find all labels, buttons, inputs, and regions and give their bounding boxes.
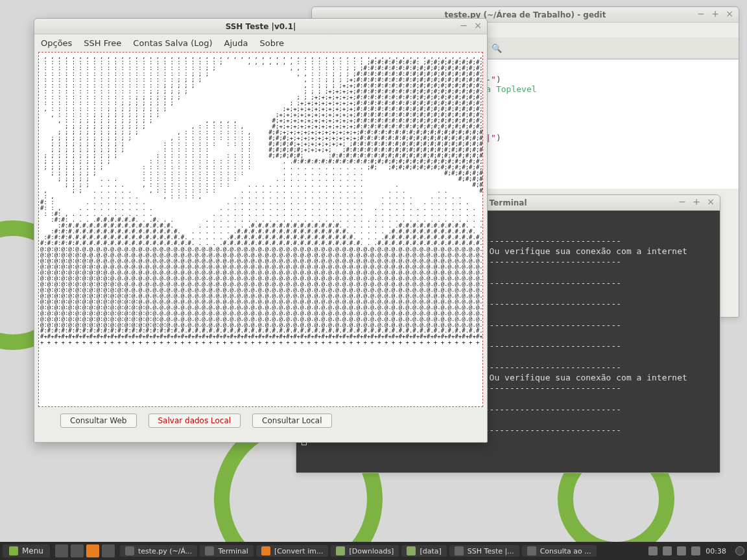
minimize-icon[interactable]: − — [677, 197, 687, 207]
launcher-show-desktop[interactable] — [55, 544, 68, 557]
mint-logo-icon — [9, 546, 18, 555]
task-consulta[interactable]: Consulta ao ... — [522, 545, 597, 557]
task-convert[interactable]: [Convert im... — [256, 545, 329, 557]
gedit-icon — [125, 546, 134, 555]
replace-icon[interactable]: 🔍 — [490, 41, 503, 54]
network-icon[interactable] — [663, 546, 672, 555]
task-ssh-teste[interactable]: SSH Teste |... — [449, 545, 519, 557]
menu-opcoes[interactable]: Opções — [41, 38, 72, 48]
sshteste-title: SSH Teste |v0.1| — [40, 22, 482, 31]
clock[interactable]: 00:38 — [706, 547, 730, 555]
task-data[interactable]: [data] — [401, 545, 446, 557]
window-icon — [455, 546, 464, 555]
salvar-local-button[interactable]: Salvar dados Local — [148, 414, 241, 428]
sshteste-bottom-buttons: Consultar Web Salvar dados Local Consult… — [34, 407, 487, 434]
menu-ajuda[interactable]: Ajuda — [224, 38, 248, 48]
task-downloads[interactable]: [Downloads] — [331, 545, 399, 557]
menu-sshfree[interactable]: SSH Free — [84, 38, 121, 48]
consultar-web-button[interactable]: Consultar Web — [60, 414, 137, 428]
launcher-files[interactable] — [102, 544, 115, 557]
battery-icon[interactable] — [677, 546, 686, 555]
close-icon[interactable]: × — [473, 21, 483, 31]
window-icon — [527, 546, 536, 555]
sshteste-menubar: Opções SSH Free Contas Salva (Log) Ajuda… — [34, 34, 487, 52]
consultar-local-button[interactable]: Consultar Local — [252, 414, 331, 428]
shutdown-icon[interactable] — [735, 546, 744, 555]
minimize-icon[interactable]: − — [458, 21, 469, 31]
launcher-terminal[interactable] — [71, 544, 84, 557]
folder-icon — [336, 546, 345, 555]
task-terminal[interactable]: Terminal — [200, 545, 254, 557]
maximize-icon[interactable]: + — [691, 197, 702, 207]
quick-launch — [53, 544, 117, 557]
browser-icon — [261, 546, 270, 555]
ascii-art-canvas: , , , , , , , , , , , , , , , , , , , , … — [38, 52, 483, 407]
close-icon[interactable]: × — [724, 9, 735, 19]
menu-sobre[interactable]: Sobre — [260, 38, 285, 48]
minimize-icon[interactable]: − — [696, 9, 706, 19]
menu-contas[interactable]: Contas Salva (Log) — [133, 38, 212, 48]
folder-icon — [407, 546, 416, 555]
maximize-icon[interactable]: + — [710, 9, 720, 19]
close-icon[interactable]: × — [706, 197, 716, 207]
start-menu-button[interactable]: Menu — [3, 544, 50, 557]
launcher-firefox[interactable] — [86, 544, 99, 557]
volume-icon[interactable] — [691, 546, 700, 555]
taskbar: Menu teste.py (~/Á... Terminal [Convert … — [0, 542, 747, 560]
terminal-icon — [205, 546, 214, 555]
system-tray: 00:38 — [648, 546, 744, 555]
task-teste-py[interactable]: teste.py (~/Á... — [120, 545, 197, 557]
menu-label: Menu — [22, 546, 43, 555]
sshteste-titlebar[interactable]: SSH Teste |v0.1| − × — [34, 19, 487, 34]
user-icon[interactable] — [648, 546, 658, 555]
sshteste-window[interactable]: SSH Teste |v0.1| − × Opções SSH Free Con… — [34, 18, 488, 443]
